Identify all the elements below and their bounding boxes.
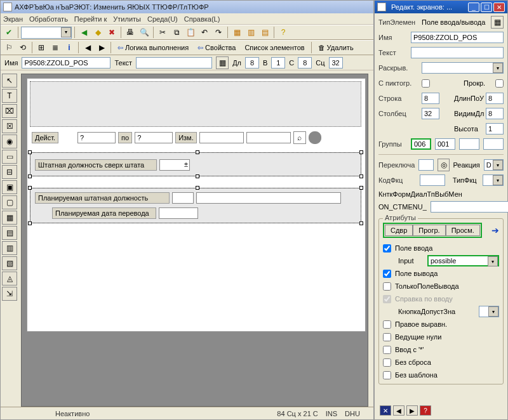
redo-icon[interactable]: ↷ — [212, 26, 225, 39]
back-icon[interactable]: ◀ — [77, 26, 90, 39]
dl-field[interactable] — [245, 57, 259, 69]
menu-goto[interactable]: Перейти к — [74, 15, 107, 23]
maximize-button[interactable]: ☐ — [481, 3, 492, 12]
undo-icon[interactable]: ↶ — [198, 26, 211, 39]
main-menu[interactable]: Экран Обработать Перейти к Утилиты Среда… — [1, 13, 373, 25]
group1-field[interactable] — [411, 138, 431, 150]
tab-progr[interactable]: Прогр. — [413, 225, 445, 236]
no-reset-check[interactable] — [383, 358, 391, 367]
planned-position-input1[interactable] — [172, 192, 194, 204]
switch-helper-icon[interactable]: ◎ — [438, 159, 449, 171]
only-output-check[interactable] — [383, 282, 391, 291]
to-input[interactable]: ? — [135, 132, 173, 143]
exit-icon[interactable]: ◆ — [91, 26, 104, 39]
exec-logic-button[interactable]: ⇦Логика выполнения — [114, 41, 192, 54]
input-mode-select[interactable]: possible▾ — [427, 255, 499, 266]
radio-tool[interactable]: ◉ — [2, 135, 17, 148]
props-text-field[interactable] — [411, 47, 504, 58]
elements-list-button[interactable]: Список элементов — [241, 41, 308, 54]
list2-icon[interactable]: ≣ — [49, 41, 62, 54]
subscreen-tool[interactable]: ▢ — [2, 195, 17, 209]
menu-edit[interactable]: Обработать — [29, 15, 68, 23]
menu-env[interactable]: Среда(U) — [147, 15, 178, 23]
prev-icon[interactable]: ◀ — [81, 41, 94, 54]
search-help-icon[interactable]: ⌕ — [293, 131, 306, 144]
nav-next-icon[interactable]: ▶ — [406, 405, 418, 416]
tabstrip-tool[interactable]: ⊟ — [2, 165, 17, 179]
copy-icon[interactable]: ⧉ — [170, 26, 183, 39]
cancel-icon[interactable]: ✖ — [105, 26, 118, 39]
input-field-check[interactable] — [383, 244, 391, 253]
leading-zeros-check[interactable] — [383, 333, 391, 341]
help-icon[interactable]: ? — [277, 26, 290, 39]
switch-field[interactable] — [418, 159, 434, 171]
sc-field[interactable] — [329, 57, 343, 69]
tab-cdvr[interactable]: Сдвр — [385, 225, 413, 236]
tree-icon[interactable]: ⊞ — [35, 41, 48, 54]
tab-prosm[interactable]: Просм. — [446, 225, 480, 236]
text-field[interactable] — [136, 57, 212, 69]
raskryv-select[interactable]: ▾ — [422, 62, 504, 74]
input-tool[interactable]: ⌧ — [2, 104, 17, 118]
s-field[interactable] — [298, 57, 312, 69]
pointer-tool[interactable]: ↖ — [2, 74, 17, 88]
right-align-check[interactable] — [383, 320, 391, 329]
group3-field[interactable] — [459, 138, 479, 150]
cut-icon[interactable]: ✂ — [156, 26, 169, 39]
reakcia-select[interactable]: D▾ — [484, 159, 504, 171]
paste-icon[interactable]: 📋 — [184, 26, 197, 39]
custom-tool[interactable]: ▤ — [2, 226, 17, 240]
box-tool[interactable]: ▣ — [2, 180, 17, 194]
round-button-icon[interactable] — [309, 131, 321, 144]
text-tool[interactable]: T — [2, 89, 17, 103]
text-helper-button[interactable]: ▦ — [216, 56, 229, 69]
props-name-field[interactable] — [411, 32, 504, 43]
position-over-input[interactable]: ± — [159, 159, 190, 171]
layout2-icon[interactable]: ▥ — [244, 26, 257, 39]
arrow-right-icon[interactable]: ➔ — [491, 225, 499, 235]
design-canvas[interactable]: Дейст. ? по ? Изм. ⌕ Штатная — [27, 78, 366, 332]
v-field[interactable] — [271, 57, 285, 69]
ok-check-icon[interactable]: ✔ — [3, 26, 15, 39]
checkbox-tool[interactable]: ☒ — [2, 119, 17, 133]
stolb-field[interactable] — [422, 108, 439, 119]
no-template-check[interactable] — [383, 371, 391, 379]
vysota-field[interactable] — [486, 123, 504, 135]
find-icon[interactable]: 🔍 — [138, 26, 150, 39]
menu-utils[interactable]: Утилиты — [113, 15, 141, 23]
print-icon[interactable]: 🖶 — [124, 26, 137, 39]
next-icon[interactable]: ▶ — [95, 41, 108, 54]
output-field-check[interactable] — [383, 270, 391, 278]
group4-field[interactable] — [483, 138, 504, 150]
grid-tool[interactable]: ▥ — [2, 241, 17, 255]
layout1-icon[interactable]: ▦ — [231, 26, 243, 39]
type-helper-button[interactable]: ▦ — [491, 16, 504, 29]
table-tool[interactable]: ▦ — [2, 211, 17, 225]
dlinpou-field[interactable] — [486, 93, 504, 104]
button-tool[interactable]: ▭ — [2, 150, 17, 164]
from-input[interactable]: ? — [77, 132, 116, 143]
planned-date-input[interactable] — [159, 207, 198, 219]
nav-help-icon[interactable]: ? — [420, 405, 431, 416]
info-icon[interactable]: i — [63, 41, 76, 54]
step-tool[interactable]: ▧ — [2, 256, 17, 270]
icon-tool[interactable]: ◬ — [2, 272, 17, 285]
planned-position-input2[interactable] — [196, 192, 341, 204]
close-button[interactable]: ✕ — [493, 3, 505, 12]
minimize-button[interactable]: _ — [468, 3, 479, 12]
drag-tool[interactable]: ⇲ — [2, 287, 17, 301]
spiktogr-check[interactable] — [422, 79, 430, 88]
allow-button-select[interactable]: ▾ — [479, 306, 499, 317]
layout3-icon[interactable]: ▤ — [258, 26, 271, 39]
toggle-icon[interactable]: ⟲ — [17, 41, 29, 54]
command-select[interactable]: ▾ — [21, 27, 72, 39]
izm1-input[interactable] — [199, 132, 244, 143]
tipfkc-select[interactable]: ▾ — [483, 174, 504, 186]
group2-field[interactable] — [435, 138, 455, 150]
stroka-field[interactable] — [422, 93, 439, 104]
menu-screen[interactable]: Экран — [3, 15, 23, 23]
oncm-field[interactable] — [431, 201, 508, 213]
properties-button[interactable]: ⇦Свойства — [194, 41, 239, 54]
nav-prev-icon[interactable]: ◀ — [393, 405, 404, 416]
kodfkc-field[interactable] — [420, 174, 445, 186]
